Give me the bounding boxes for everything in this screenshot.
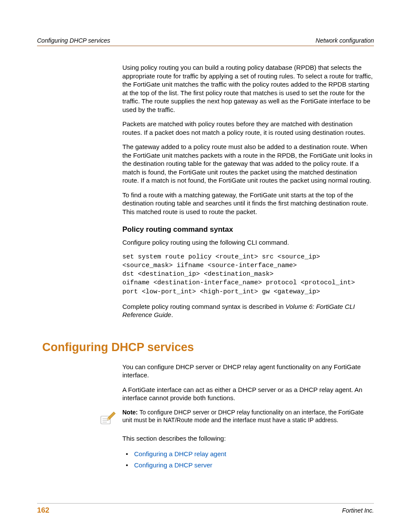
header-left: Configuring DHCP services: [37, 37, 110, 44]
note-label: Note:: [122, 409, 140, 416]
note-pencil-icon: [99, 409, 116, 428]
note-text: Note: To configure DHCP server or DHCP r…: [122, 408, 374, 424]
section-heading-configuring-dhcp-services: Configuring DHCP services: [42, 341, 374, 354]
bullet-marker: •: [126, 461, 128, 469]
paragraph: This section describes the following:: [122, 434, 374, 443]
body-column: You can configure DHCP server or DHCP re…: [122, 363, 374, 471]
paragraph: The gateway added to a policy route must…: [122, 143, 374, 185]
body-column: Using policy routing you can build a rou…: [122, 63, 374, 319]
running-footer: 162 Fortinet Inc.: [37, 503, 374, 515]
page: Configuring DHCP services Network config…: [0, 0, 411, 532]
link-configuring-dhcp-server[interactable]: Configuring a DHCP server: [134, 461, 212, 469]
paragraph: Complete policy routing command syntax i…: [122, 302, 374, 319]
list-item: •Configuring a DHCP server: [126, 460, 374, 471]
subheading-policy-routing-syntax: Policy routing command syntax: [122, 225, 374, 234]
page-number: 162: [37, 506, 49, 515]
footer-company: Fortinet Inc.: [342, 507, 374, 514]
text-run: Complete policy routing command syntax i…: [122, 303, 286, 310]
bullet-marker: •: [126, 450, 128, 457]
paragraph: A FortiGate interface can act as either …: [122, 386, 374, 402]
note-body: To configure DHCP server or DHCP relay f…: [122, 409, 364, 423]
link-configuring-dhcp-relay-agent[interactable]: Configuring a DHCP relay agent: [134, 450, 226, 457]
cli-code-block: set system route policy <route_int> src …: [122, 253, 374, 296]
paragraph: Packets are matched with policy routes b…: [122, 120, 374, 137]
paragraph: To find a route with a matching gateway,…: [122, 191, 374, 216]
note-block: Note: To configure DHCP server or DHCP r…: [99, 408, 374, 428]
running-header: Configuring DHCP services Network config…: [37, 37, 374, 46]
paragraph: Using policy routing you can build a rou…: [122, 63, 374, 114]
paragraph: Configure policy routing using the follo…: [122, 238, 374, 247]
bullet-list: •Configuring a DHCP relay agent •Configu…: [126, 448, 374, 470]
text-run: .: [171, 311, 173, 318]
paragraph: You can configure DHCP server or DHCP re…: [122, 363, 374, 380]
header-right: Network configuration: [316, 37, 374, 44]
list-item: •Configuring a DHCP relay agent: [126, 448, 374, 460]
